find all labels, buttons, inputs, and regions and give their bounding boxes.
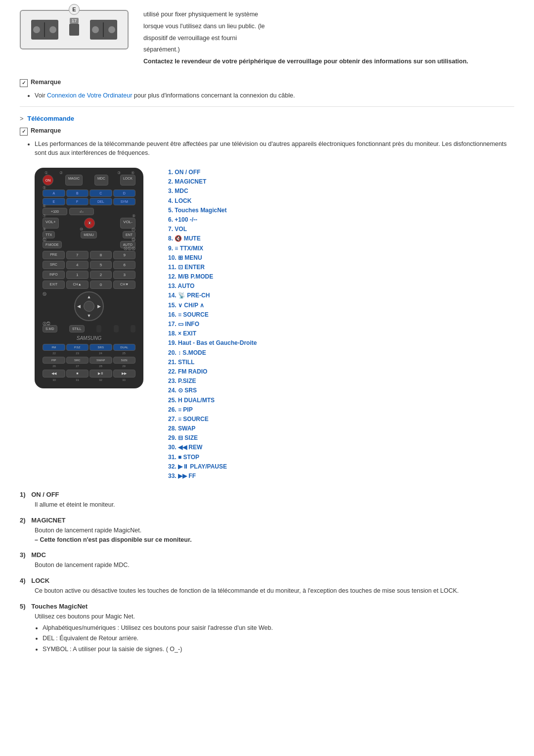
btn-size[interactable]: SIZE — [113, 357, 136, 364]
legend-item-5: 5. Touches MagicNet — [168, 206, 514, 215]
desc-body-3: Bouton de lancement rapide MDC. — [35, 561, 514, 570]
btn-minus[interactable]: -/-- — [69, 208, 94, 215]
note-section-2: ✓ Remarque — [20, 127, 514, 136]
legend-item-22: 22. FM RADIO — [168, 367, 514, 377]
desc-body-5: Utilisez ces boutons pour Magic Net. Alp… — [35, 612, 514, 654]
note-label-1: Remarque — [31, 79, 61, 86]
bottom-label-row-2: 26272829 — [43, 365, 135, 368]
desc-line-1: utilisé pour fixer physiquement le systè… — [143, 10, 514, 19]
legend-item-2: 2. MAGICNET — [168, 177, 514, 187]
btn-info[interactable]: INFO — [43, 271, 65, 279]
btn-4[interactable]: 4 — [66, 261, 89, 269]
btn-psize[interactable]: P.SZ — [66, 344, 89, 351]
note-bullets-2: LLes performances de la télécommande peu… — [35, 140, 514, 158]
bottom-label-row-1: 22232425 — [43, 352, 135, 355]
section-arrow: > — [20, 115, 24, 122]
note-bullet-1: Voir Connexion de Votre Ordinateur pour … — [35, 91, 514, 100]
desc-body-1: Il allume et éteint le moniteur. — [35, 500, 514, 510]
remote-section: ① ② ③ ④ ON MAGIC MDC LOCK ⑤ A B C D E F … — [20, 168, 514, 481]
btn-symbol[interactable]: SYM — [113, 198, 136, 205]
legend-item-26: 26. ≡ PIP — [168, 405, 514, 415]
btn-source[interactable]: SRC — [43, 261, 65, 269]
btn-100[interactable]: +100 — [43, 208, 67, 215]
contact-bold: Contactez le revendeur de votre périphér… — [143, 57, 514, 66]
btn-0[interactable]: 0 — [90, 281, 112, 289]
btn-9[interactable]: 9 — [113, 251, 135, 259]
btn-ch-down[interactable]: CH▼ — [113, 281, 135, 289]
btn-magic7[interactable]: DEL — [89, 198, 112, 205]
remote-container: ① ② ③ ④ ON MAGIC MDC LOCK ⑤ A B C D E F … — [20, 168, 158, 481]
btn-stop[interactable]: ■ — [66, 370, 89, 378]
legend-item-24: 24. ⊙ SRS — [168, 386, 514, 395]
btn-magic4[interactable]: D — [113, 189, 136, 197]
btn-lock[interactable]: LOCK — [120, 175, 135, 186]
btn-2[interactable]: 2 — [90, 271, 112, 279]
btn-menu[interactable]: MENU — [81, 231, 97, 238]
btn-mute[interactable]: 🔇 — [84, 218, 95, 229]
legend-item-13: 13. AUTO — [168, 282, 514, 291]
btn-5[interactable]: 5 — [90, 261, 112, 269]
device-badge: 17 — [70, 18, 79, 24]
btn-1[interactable]: 1 — [66, 271, 89, 279]
remote-legend: 1. ON / OFF 2. MAGICNET 3. MDC 4. LOCK 5… — [168, 168, 514, 481]
btn-on-off[interactable]: ON — [43, 175, 53, 186]
btn-magic2[interactable]: B — [66, 189, 89, 197]
knob-left — [33, 26, 40, 33]
desc-line-4: séparément.) — [143, 45, 514, 54]
legend-item-18: 18. × EXIT — [168, 329, 514, 338]
legend-item-23: 23. P.SIZE — [168, 377, 514, 386]
btn-8[interactable]: 8 — [90, 251, 112, 259]
btn-play[interactable]: ▶⏸ — [89, 370, 112, 378]
device-slot-right — [90, 20, 117, 40]
top-description: utilisé pour fixer physiquement le systè… — [143, 10, 514, 69]
legend-item-21: 21. STILL — [168, 358, 514, 367]
connexion-link[interactable]: Connexion de Votre Ordinateur — [47, 92, 132, 99]
desc-title-2: 2) MAGICNET — [20, 517, 514, 524]
btn-6[interactable]: 6 — [113, 261, 135, 269]
btn-fm-radio[interactable]: FM — [43, 344, 65, 351]
btn-exit[interactable]: EXIT — [43, 281, 65, 289]
legend-item-17: 17. ▭ INFO — [168, 320, 514, 329]
desc-line-2: lorsque vous l'utilisez dans un lieu pub… — [143, 22, 514, 31]
desc-item-4: 4) LOCK Ce bouton active ou désactive to… — [20, 577, 514, 596]
btn-ff[interactable]: ▶▶ — [113, 370, 136, 378]
nav-circle[interactable]: ▲ ▼ ◀ ▶ — [74, 291, 104, 321]
telecommande-heading: > Télécommande — [20, 115, 514, 122]
btn-magicnet[interactable]: MAGIC — [65, 175, 83, 186]
btn-pip[interactable]: PIP — [43, 357, 65, 364]
descriptions-section: 1) ON / OFF Il allume et éteint le monit… — [20, 491, 514, 654]
legend-item-3: 3. MDC — [168, 187, 514, 196]
btn-ch-up[interactable]: CH▲ — [66, 281, 89, 289]
legend-item-14: 14. 📡 PRE-CH — [168, 291, 514, 300]
btn-magic3[interactable]: C — [89, 189, 112, 197]
btn-prech[interactable]: PRE — [43, 251, 65, 259]
legend-item-16: 16. ≡ SOURCE — [168, 310, 514, 320]
desc-bullet-5-0: Alphabétiques/numériques : Utilisez ces … — [43, 623, 514, 633]
btn-srs[interactable]: SRS — [89, 344, 112, 351]
legend-item-1: 1. ON / OFF — [168, 168, 514, 177]
btn-7[interactable]: 7 — [66, 251, 89, 259]
btn-rew[interactable]: ◀◀ — [43, 370, 65, 378]
nav-enter-btn[interactable] — [84, 301, 94, 312]
samsung-label: SAMSUNG — [43, 335, 135, 341]
btn-magic6[interactable]: F — [66, 198, 89, 205]
note-bullets-1: Voir Connexion de Votre Ordinateur pour … — [35, 91, 514, 100]
btn-dual[interactable]: DUAL — [113, 344, 136, 351]
desc-title-1: 1) ON / OFF — [20, 491, 514, 498]
btn-still[interactable]: STILL — [69, 325, 85, 332]
desc-item-3: 3) MDC Bouton de lancement rapide MDC. — [20, 551, 514, 570]
desc-item-5: 5) Touches MagicNet Utilisez ces boutons… — [20, 603, 514, 654]
desc-line-3: dispositif de verrouillage est fourni — [143, 34, 514, 43]
legend-item-25: 25. H DUAL/MTS — [168, 396, 514, 405]
desc-body-2: Bouton de lancement rapide MagicNet. – C… — [35, 526, 514, 545]
desc-body-4: Ce bouton active ou désactive toutes les… — [35, 586, 514, 596]
top-section: E 17 utilisé pour fixer physiquement le … — [20, 10, 514, 69]
desc-title-3: 3) MDC — [20, 551, 514, 559]
btn-magic1[interactable]: A — [43, 189, 65, 197]
btn-swap[interactable]: SWAP — [89, 357, 112, 364]
note-icon-2: ✓ — [20, 128, 28, 136]
note-section-1: ✓ Remarque — [20, 79, 514, 87]
btn-3[interactable]: 3 — [113, 271, 135, 279]
btn-source2[interactable]: SRC — [66, 357, 89, 364]
btn-mdc[interactable]: MDC — [94, 175, 108, 186]
